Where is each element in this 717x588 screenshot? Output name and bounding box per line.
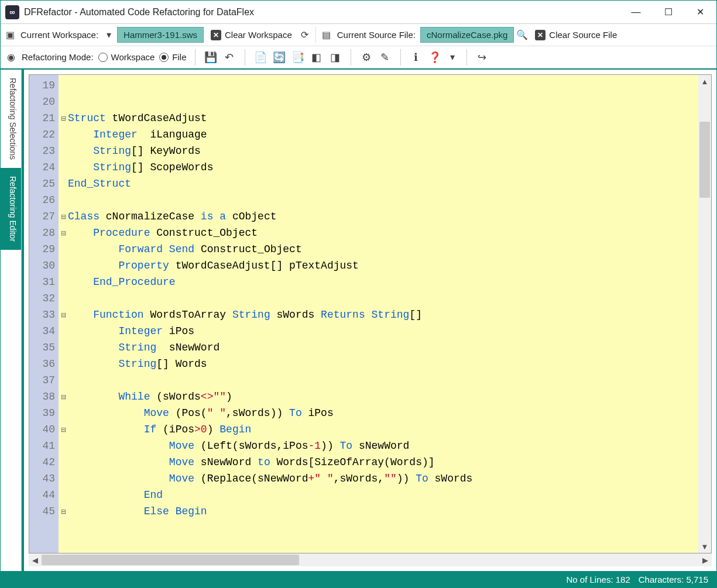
code-line[interactable]: Move sNewWord to Words[SizeOfArray(Words…	[68, 454, 698, 470]
toggle-icon[interactable]: 📑	[291, 50, 305, 64]
mode-toolbar: ◉ Refactoring Mode: Workspace File 💾 ↶ 📄…	[1, 46, 716, 68]
workspace-icon: ▣	[4, 29, 16, 41]
tab-refactoring-editor[interactable]: Refactoring Editor	[1, 168, 21, 250]
code-line[interactable]: If (iPos>0) Begin	[68, 421, 698, 438]
help-icon[interactable]: ❓	[428, 50, 442, 64]
fold-marker[interactable]: ⊟	[59, 110, 68, 126]
horizontal-scroll-thumb[interactable]	[42, 555, 299, 565]
scroll-up-icon[interactable]: ▲	[698, 75, 711, 88]
fold-marker[interactable]: ⊟	[59, 503, 68, 520]
line-number: 26	[29, 192, 59, 208]
maximize-button[interactable]: ☐	[652, 1, 684, 24]
browse-source-icon[interactable]: 🔍	[516, 29, 528, 41]
editor-container: 1920212223242526272829303132333435363738…	[24, 70, 716, 571]
compare-left-icon[interactable]: ◧	[310, 50, 324, 64]
clear-workspace-button[interactable]: ✕ Clear Workspace	[206, 27, 297, 43]
code-line[interactable]: Move (Pos(" ",sWords)) To iPos	[68, 405, 698, 421]
line-number-gutter: 1920212223242526272829303132333435363738…	[29, 75, 59, 553]
fold-marker[interactable]: ⊟	[59, 225, 68, 241]
code-line[interactable]: Procedure Construct_Object	[68, 225, 698, 241]
info-icon[interactable]: ℹ	[409, 50, 423, 64]
tab-refactoring-selections[interactable]: Refactoring Selections	[1, 70, 21, 168]
code-line[interactable]: End_Procedure	[68, 274, 698, 290]
code-line[interactable]: String[] Words	[68, 356, 698, 372]
code-line[interactable]	[68, 372, 698, 388]
code-line[interactable]: Else Begin	[68, 503, 698, 520]
code-line[interactable]: End_Struct	[68, 176, 698, 192]
fold-marker[interactable]: ⊟	[59, 388, 68, 405]
close-button[interactable]: ✕	[684, 1, 716, 24]
vertical-scrollbar[interactable]: ▲ ▼	[698, 75, 711, 553]
line-number: 37	[29, 372, 59, 388]
line-number: 36	[29, 356, 59, 372]
code-line[interactable]: Struct tWordCaseAdjust	[68, 110, 698, 126]
line-number: 19	[29, 77, 59, 94]
mode-workspace-radio[interactable]: Workspace	[98, 52, 155, 62]
line-number: 32	[29, 290, 59, 307]
fold-marker[interactable]: ⊟	[59, 208, 68, 225]
code-line[interactable]: Function WordsToArray String sWords Retu…	[68, 307, 698, 323]
line-number: 28	[29, 225, 59, 241]
code-content[interactable]: Struct tWordCaseAdjust Integer iLanguage…	[68, 75, 698, 553]
source-file-label: Current Source File:	[335, 30, 418, 40]
undo-icon[interactable]: ↶	[222, 50, 236, 64]
code-line[interactable]: Forward Send Construct_Object	[68, 241, 698, 257]
horizontal-scrollbar[interactable]: ◀ ▶	[29, 553, 712, 566]
exit-icon[interactable]: ↪	[475, 50, 489, 64]
code-line[interactable]: Move (Replace(sNewWord+" ",sWords,"")) T…	[68, 470, 698, 487]
code-line[interactable]	[68, 192, 698, 208]
fold-marker[interactable]: ⊟	[59, 307, 68, 323]
fold-marker	[59, 257, 68, 274]
code-line[interactable]	[68, 94, 698, 110]
code-line[interactable]: String[] KeyWords	[68, 143, 698, 159]
source-file-value[interactable]: cNormalizeCase.pkg	[420, 27, 514, 43]
workspace-refresh-icon[interactable]: ⟳	[299, 29, 311, 41]
fold-column[interactable]: ⊟⊟⊟⊟⊟⊟⊟	[59, 75, 68, 553]
status-chars: Characters: 5,715	[639, 575, 708, 584]
document-icon[interactable]: 📄	[253, 50, 267, 64]
help-dropdown-icon[interactable]: ▾	[447, 51, 458, 63]
fold-marker[interactable]: ⊟	[59, 421, 68, 438]
code-line[interactable]: Move (Left(sWords,iPos-1)) To sNewWord	[68, 438, 698, 454]
code-line[interactable]: Property tWordCaseAdjust[] pTextAdjust	[68, 257, 698, 274]
refresh-icon[interactable]: 🔄	[272, 50, 286, 64]
window-title: DFRefactor - Automated Code Refactoring …	[24, 7, 620, 18]
code-line[interactable]: Integer iLanguage	[68, 126, 698, 143]
save-icon[interactable]: 💾	[204, 50, 218, 64]
workspace-dropdown-icon[interactable]: ▾	[103, 29, 115, 41]
vertical-scroll-thumb[interactable]	[699, 122, 710, 198]
fold-marker	[59, 274, 68, 290]
code-line[interactable]	[68, 77, 698, 94]
line-number: 42	[29, 454, 59, 470]
code-editor[interactable]: 1920212223242526272829303132333435363738…	[29, 74, 712, 553]
code-line[interactable]: While (sWords<>"")	[68, 388, 698, 405]
scroll-right-icon[interactable]: ▶	[699, 556, 712, 565]
mode-label: Refactoring Mode:	[22, 52, 94, 62]
fold-marker	[59, 339, 68, 356]
code-line[interactable]	[68, 290, 698, 307]
edit-icon[interactable]: ✎	[378, 50, 392, 64]
settings-icon[interactable]: ⚙	[359, 50, 373, 64]
status-lines: No of Lines: 182	[567, 575, 630, 584]
fold-marker	[59, 241, 68, 257]
minimize-button[interactable]: —	[620, 1, 652, 24]
scroll-left-icon[interactable]: ◀	[29, 556, 42, 565]
fold-marker	[59, 372, 68, 388]
code-line[interactable]: End	[68, 487, 698, 503]
code-line[interactable]: Integer iPos	[68, 323, 698, 339]
code-line[interactable]: Class cNormalizeCase is a cObject	[68, 208, 698, 225]
workspace-value[interactable]: Hammer3-191.sws	[117, 27, 204, 43]
line-number: 22	[29, 126, 59, 143]
code-line[interactable]: String sNewWord	[68, 339, 698, 356]
line-number: 29	[29, 241, 59, 257]
horizontal-scroll-track[interactable]	[42, 553, 699, 566]
clear-source-button[interactable]: ✕ Clear Source File	[530, 27, 622, 43]
fold-marker	[59, 192, 68, 208]
fold-marker	[59, 356, 68, 372]
main-area: Refactoring Selections Refactoring Edito…	[1, 68, 716, 571]
mode-file-radio[interactable]: File	[159, 52, 186, 62]
scroll-down-icon[interactable]: ▼	[698, 540, 711, 553]
fold-marker	[59, 94, 68, 110]
compare-right-icon[interactable]: ◨	[328, 50, 342, 64]
code-line[interactable]: String[] ScopeWords	[68, 159, 698, 176]
